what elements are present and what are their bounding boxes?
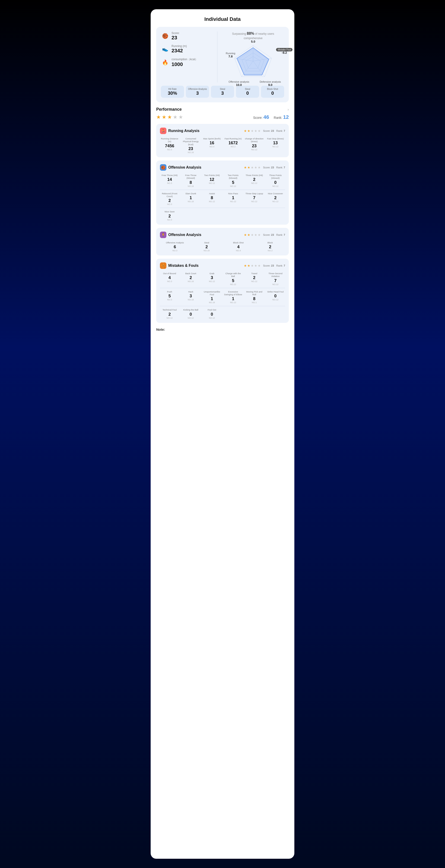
grid-cell: Three Points (Missed) 0 NO.12 — [266, 174, 285, 187]
mistakes-stars: ★ ★ ★ ★ ★ — [244, 264, 261, 268]
star-2: ★ — [162, 114, 167, 120]
summary-cell-blockshot: Block Shot 0 — [261, 86, 284, 98]
divider — [160, 288, 285, 288]
note-label: Note: — [156, 328, 165, 332]
grid-cell: Consumed Physical Energy (kcal) 23 NO.16 — [181, 137, 200, 154]
performance-title: Performance — [156, 107, 182, 112]
grid-cell: Free Throw (Missed) 8 NO.16 — [181, 174, 200, 187]
radar-offensive-label: Offensive analysis 10.0 — [229, 80, 249, 87]
star-3: ★ — [167, 114, 172, 120]
summary-cell-steal1: Steal 3 — [211, 86, 234, 98]
score-label-perf: Score: 46 — [253, 114, 269, 120]
offensive-analysis-block: 🏀 Offensive Analysis ★ ★ ★ ★ ★ Score: 23… — [156, 160, 289, 225]
grid-cell: Moving Pick and Roll 8 NO.1 — [244, 290, 264, 304]
running-label: Running (m) — [172, 44, 187, 48]
grid-cell: Nice Save 2 NO.3 — [160, 210, 179, 221]
defensive-block-icon: 🧍 — [160, 231, 167, 238]
mistakes-title-area: 🤸 Mistakes & Fouls — [160, 262, 199, 269]
running-block-icon: 🏃 — [160, 128, 167, 134]
defensive-rank: Rank: 7 — [276, 234, 285, 236]
radar-mistake-badge: Mistake Foul -8.2 — [276, 48, 293, 55]
surpass-text: Surpassing 88% of nearby users — [232, 31, 274, 36]
radar-section: Surpassing 88% of nearby users comprehen… — [222, 31, 284, 83]
grid-cell: Block Shot 4 NO.4 — [224, 241, 253, 252]
grid-cell: Fast Stop (times) 13 NO.12 — [266, 137, 285, 154]
score-label: Score: — [172, 31, 180, 35]
consumption-value: 1000 — [172, 61, 183, 67]
mistakes-rank: Rank: 7 — [276, 264, 285, 267]
score-value: 23 — [172, 35, 177, 40]
grid-cell: Out of Bound 4 NO.3 — [160, 272, 179, 285]
grid-cell: Hack 3 NO.16 — [181, 290, 200, 304]
defensive-score: Score: 23 — [263, 234, 274, 236]
grid-cell: Technical Foul 2 NO.12 — [160, 308, 179, 319]
mistakes-stat-grid-1: Out of Bound 4 NO.3 Back Court 2 NO.16 G… — [160, 272, 285, 285]
grid-cell: Rebound (Front Court) 2 NO.3 — [160, 192, 179, 206]
grid-cell: Slam Dunk 1 NO.16 — [181, 192, 200, 206]
defensive-stat-grid: Offensive Analysis 6 NO.3 Steal 2 NO.16 … — [160, 241, 285, 252]
mistakes-fouls-block: 🤸 Mistakes & Fouls ★ ★ ★ ★ ★ Score: 23 R… — [156, 259, 289, 323]
grid-cell: Running Distance (m) 7456 NO.3 — [160, 137, 179, 154]
top-stats-section: 🏀 Score: 23 👟 Running (m) 2342 🔥 — [156, 27, 289, 102]
grid-cell: Free Throw (Hit) 14 NO.3 — [160, 174, 179, 187]
mistakes-block-header: 🤸 Mistakes & Fouls ★ ★ ★ ★ ★ Score: 23 R… — [160, 262, 285, 269]
offensive-stat-grid-3: Nice Save 2 NO.3 — [160, 210, 285, 221]
offensive-block-title: Offensive Analysis — [168, 165, 201, 169]
svg-marker-9 — [237, 48, 269, 75]
page-title: Individual Data — [156, 16, 289, 22]
grid-cell: Three-Second Violation 7 NO.12 — [266, 272, 285, 285]
grid-cell: Assist 8 NO.12 — [202, 192, 221, 206]
grid-cell: Travel 2 NO.12 — [244, 272, 264, 285]
grid-cell: Kicking the Ball 0 NO.12 — [181, 308, 200, 319]
summary-cell-offensive: Offensive Analysis 3 — [186, 86, 209, 98]
performance-stars-row: ★ ★ ★ ★ ★ Score: 46 Rank: 12 — [156, 114, 289, 120]
consumption-row: 🔥 consumption（kcal） 1000 — [161, 57, 212, 67]
offensive-stat-grid-1: Free Throw (Hit) 14 NO.3 Free Throw (Mis… — [160, 174, 285, 187]
grid-cell: Charge with the Ball 5 NO.12 — [224, 272, 243, 285]
offensive-stat-grid-2: Rebound (Front Court) 2 NO.3 Slam Dunk 1… — [160, 192, 285, 206]
running-row: 👟 Running (m) 2342 — [161, 44, 212, 54]
grid-cell: Nice Pass 1 NO.12 — [224, 192, 243, 206]
grid-cell: Two Points (Missed) 5 NO.12 — [224, 174, 243, 187]
mistakes-block-meta: ★ ★ ★ ★ ★ Score: 23 Rank: 7 — [244, 264, 285, 268]
offensive-stars: ★ ★ ★ ★ ★ — [244, 165, 261, 169]
grid-cell: Three-Step Layup 7 NO.12 — [244, 192, 264, 206]
main-card: Individual Data 🏀 Score: 23 👟 Running (m… — [151, 9, 294, 859]
offensive-score: Score: 23 — [263, 166, 274, 169]
grid-cell: Steal 2 NO.16 — [192, 241, 221, 252]
grid-cell: Offensive Analysis 6 NO.3 — [160, 241, 190, 252]
grid-cell: Two Points (Hit) 12 NO.12 — [202, 174, 221, 187]
divider — [160, 306, 285, 306]
defensive-block-title: Offensive Analysis — [168, 233, 201, 237]
summary-cell-hitrate: Hit Rate 30% — [161, 86, 184, 98]
offensive-block-icon: 🏀 — [160, 164, 167, 171]
mistakes-score: Score: 23 — [263, 264, 274, 267]
defensive-block-meta: ★ ★ ★ ★ ★ Score: 23 Rank: 7 — [244, 233, 285, 237]
left-stats: 🏀 Score: 23 👟 Running (m) 2342 🔥 — [161, 31, 217, 83]
running-stars: ★ ★ ★ ★ ★ — [244, 129, 261, 133]
offensive-rank: Rank: 7 — [276, 166, 285, 169]
flame-icon: 🔥 — [161, 58, 169, 67]
summary-row: Hit Rate 30% Offensive Analysis 3 Steal … — [161, 86, 284, 98]
mistakes-stat-grid-2: Push 5 NO.3 Hack 3 NO.16 Unsportsmanlike… — [160, 290, 285, 304]
radar-chart: 5.0 Running 7.8 Mistake Foul -8.2 Offens… — [228, 41, 278, 83]
star-5: ★ — [178, 114, 183, 120]
chevron-right-icon[interactable]: › — [288, 107, 289, 112]
grid-cell: Fast Running (m) 1672 NO.2 — [224, 137, 243, 154]
note-section: Note: — [156, 328, 289, 332]
performance-score-rank: Score: 46 Rank: 12 — [253, 114, 289, 120]
performance-stars: ★ ★ ★ ★ ★ — [156, 114, 183, 120]
comprehensive-label: comprehensive — [244, 37, 262, 40]
star-1: ★ — [156, 114, 161, 120]
running-block-header: 🏃 Running Analysis ★ ★ ★ ★ ★ Score: 23 R… — [160, 128, 285, 134]
grid-cell: Foul Out 0 NO.12 — [202, 308, 221, 319]
grid-cell: Three Points (Hit) 2 NO.12 — [244, 174, 264, 187]
grid-cell: Nice Crossover 2 NO.12 — [266, 192, 285, 206]
defensive-stars: ★ ★ ★ ★ ★ — [244, 233, 261, 237]
consumption-label: consumption（kcal） — [172, 57, 198, 61]
divider — [160, 190, 285, 190]
grid-cell: change of direction (times) 23 NO.12 — [244, 137, 264, 154]
defensive-analysis-block: 🧍 Offensive Analysis ★ ★ ★ ★ ★ Score: 23… — [156, 228, 289, 255]
score-row: 🏀 Score: 23 — [161, 31, 212, 41]
running-score: Score: 23 — [263, 129, 274, 132]
